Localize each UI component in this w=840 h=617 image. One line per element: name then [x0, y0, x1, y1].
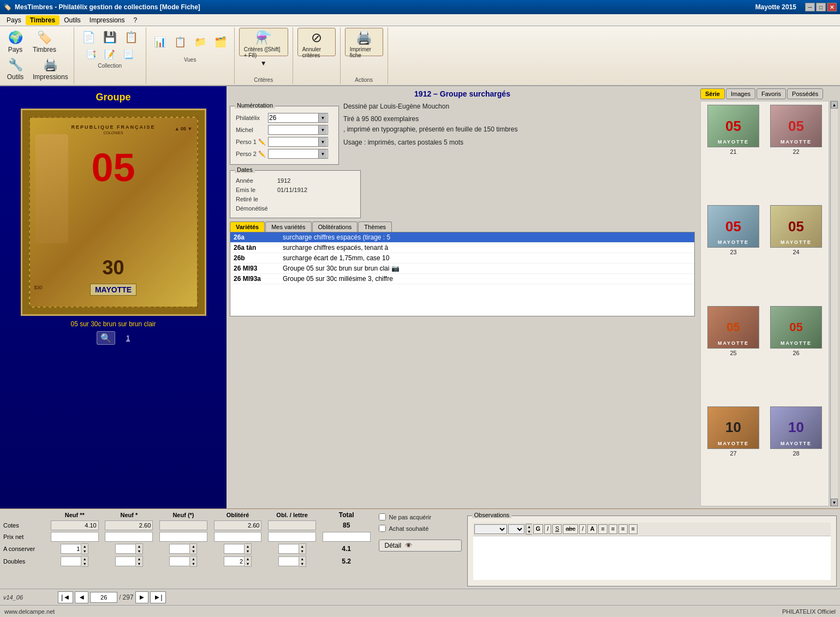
cotes-neuf2[interactable]: [51, 520, 99, 530]
variete-item-26mi93[interactable]: 26 MI93 Groupe 05 sur 30c brun sur brun …: [230, 263, 694, 274]
stamp-thumb-21[interactable]: 05 MAYOTTE 21: [703, 104, 764, 202]
obs-color-btn[interactable]: /: [579, 524, 586, 534]
cotes-neuf0[interactable]: [159, 520, 207, 530]
toolbar-doc1-btn[interactable]: 📄: [79, 28, 99, 46]
zoom-button[interactable]: 🔍: [97, 331, 115, 345]
tab-mes-varietes[interactable]: Mes variétés: [265, 221, 311, 232]
doubles-neuf0-input[interactable]: [169, 556, 190, 566]
variete-item-26atan[interactable]: 26a tàn surcharge chiffres espacés, tena…: [230, 243, 694, 253]
conserver-neuf0-btns[interactable]: ▲ ▼: [190, 543, 197, 554]
stamp-thumb-26-thumb[interactable]: 05 MAYOTTE 26: [766, 305, 826, 403]
menu-impressions[interactable]: Impressions: [85, 15, 129, 25]
obs-align-right-btn[interactable]: ≡: [618, 524, 627, 534]
doubles-neuf1-down[interactable]: ▼: [136, 561, 142, 566]
doubles-obl-lettre-down[interactable]: ▼: [299, 561, 306, 566]
tab-possedes[interactable]: Possédés: [787, 88, 823, 99]
conserver-neuf2-down[interactable]: ▼: [81, 549, 88, 554]
toolbar-doc3-btn[interactable]: 📋: [121, 28, 141, 46]
criteres-btn[interactable]: ⚗️ Critères ([Shift] + F8) ▼: [239, 28, 288, 56]
nav-first-btn[interactable]: |◄: [58, 591, 73, 603]
doubles-oblitere-btns[interactable]: ▲ ▼: [245, 556, 252, 567]
doubles-neuf1-btns[interactable]: ▲ ▼: [136, 556, 143, 567]
doubles-neuf1-up[interactable]: ▲: [136, 556, 142, 561]
tab-favoris[interactable]: Favoris: [756, 88, 786, 99]
stamp-thumb-28[interactable]: 10 MAYOTTE 28: [766, 405, 826, 504]
minimize-button[interactable]: ─: [805, 3, 815, 11]
nav-prev-btn[interactable]: ◄: [75, 591, 88, 603]
conserver-neuf2-up[interactable]: ▲: [81, 544, 88, 549]
obs-align-left-btn[interactable]: ≡: [598, 524, 607, 534]
michel-dropdown[interactable]: ▼: [268, 125, 328, 135]
toolbar-vue2-btn[interactable]: 📋: [171, 34, 189, 50]
maximize-button[interactable]: □: [816, 3, 826, 11]
cotes-obl-lettre[interactable]: [268, 520, 316, 530]
doubles-neuf0-down[interactable]: ▼: [190, 561, 196, 566]
conserver-oblitere-btns[interactable]: ▲ ▼: [245, 543, 252, 554]
prix-net-oblitere[interactable]: [214, 532, 262, 542]
stamp-image[interactable]: REPUBLIQUE FRANÇAISE COLONIES 05 30 MAYO…: [29, 117, 198, 308]
doubles-neuf0-up[interactable]: ▲: [190, 556, 196, 561]
nav-next-btn[interactable]: ►: [135, 591, 149, 603]
toolbar-vue4-btn[interactable]: 🗂️: [211, 34, 230, 50]
cotes-oblitere[interactable]: [214, 520, 262, 530]
obs-strikethrough-btn[interactable]: abc: [563, 524, 578, 534]
tab-serie[interactable]: Série: [700, 88, 725, 99]
variete-item-26a[interactable]: 26a surcharge chiffres espacés (tirage :…: [230, 232, 694, 243]
stamp-thumb-25[interactable]: 05 MAYOTTE 25: [703, 305, 764, 403]
variete-item-26mi93a[interactable]: 26 MI93a Groupe 05 sur 30c millésime 3, …: [230, 274, 694, 284]
prix-net-obl-lettre[interactable]: [268, 532, 316, 542]
conserver-obl-lettre-spinner[interactable]: ▲ ▼: [278, 543, 306, 554]
toolbar-doc5-btn[interactable]: 📝: [101, 47, 118, 62]
cotes-neuf1[interactable]: [105, 520, 153, 530]
obs-size-select[interactable]: [508, 524, 525, 534]
tab-themes[interactable]: Thèmes: [358, 221, 392, 232]
toolbar-vue3-btn[interactable]: 📁: [191, 34, 210, 50]
conserver-neuf1-up[interactable]: ▲: [136, 544, 142, 549]
perso2-arrow[interactable]: ▼: [318, 149, 327, 158]
nav-last-btn[interactable]: ►|: [150, 591, 165, 603]
conserver-neuf1-input[interactable]: [115, 544, 136, 554]
doubles-neuf0-spinner[interactable]: ▲ ▼: [169, 556, 197, 567]
conserver-neuf2-spinner[interactable]: ▲ ▼: [61, 543, 88, 554]
achat-souhaite-checkbox[interactable]: [379, 525, 386, 532]
conserver-neuf1-down[interactable]: ▼: [136, 549, 142, 554]
toolbar-timbres-btn[interactable]: 🏷️ Timbres: [29, 28, 59, 56]
menu-pays[interactable]: Pays: [2, 15, 26, 25]
toolbar-outils-btn[interactable]: 🔧 Outils: [3, 56, 27, 83]
stamp-thumb-22[interactable]: 05 MAYOTTE 22: [766, 104, 826, 202]
conserver-oblitere-up[interactable]: ▲: [245, 544, 251, 549]
conserver-obl-lettre-down[interactable]: ▼: [299, 549, 306, 554]
doubles-obl-lettre-spinner[interactable]: ▲ ▼: [278, 556, 306, 567]
doubles-neuf2-spinner[interactable]: ▲ ▼: [61, 556, 88, 567]
conserver-oblitere-spinner[interactable]: ▲ ▼: [224, 543, 252, 554]
tab-varietes[interactable]: Variétés: [230, 221, 265, 232]
doubles-neuf1-input[interactable]: [115, 556, 136, 566]
obs-size-down[interactable]: ▼: [526, 529, 533, 534]
obs-content[interactable]: [473, 536, 831, 580]
toolbar-impressions-btn[interactable]: 🖨️ Impressions: [29, 56, 72, 83]
menu-help[interactable]: ?: [129, 15, 142, 25]
doubles-neuf1-spinner[interactable]: ▲ ▼: [115, 556, 143, 567]
conserver-obl-lettre-up[interactable]: ▲: [299, 544, 306, 549]
toolbar-doc4-btn[interactable]: 📑: [82, 47, 100, 62]
doubles-oblitere-spinner[interactable]: ▲ ▼: [224, 556, 252, 567]
scroll-up-btn[interactable]: ▲: [831, 101, 838, 109]
stamps-scrollbar[interactable]: ▲ ▼: [830, 101, 838, 506]
menu-timbres[interactable]: Timbres: [26, 15, 59, 25]
obs-align-center-btn[interactable]: ≡: [609, 524, 617, 534]
obs-font-select[interactable]: [474, 524, 507, 534]
obs-fontcolor-btn[interactable]: A: [587, 524, 597, 534]
prix-net-neuf0[interactable]: [159, 532, 207, 542]
doubles-oblitere-down[interactable]: ▼: [245, 561, 251, 566]
imprimer-fiche-btn[interactable]: 🖨️ Imprimer fiche: [345, 28, 383, 56]
doubles-oblitere-input[interactable]: [224, 556, 245, 566]
toolbar-pays-btn[interactable]: 🌍 Pays: [3, 28, 27, 56]
close-button[interactable]: ✕: [827, 3, 837, 11]
toolbar-doc2-btn[interactable]: 💾: [100, 28, 120, 46]
conserver-neuf2-btns[interactable]: ▲ ▼: [81, 543, 88, 554]
tab-images[interactable]: Images: [726, 88, 755, 99]
michel-arrow[interactable]: ▼: [318, 125, 327, 134]
stamp-thumb-27[interactable]: 10 MAYOTTE 27: [703, 405, 764, 504]
obs-underline-btn[interactable]: S: [552, 524, 562, 534]
doubles-obl-lettre-up[interactable]: ▲: [299, 556, 306, 561]
